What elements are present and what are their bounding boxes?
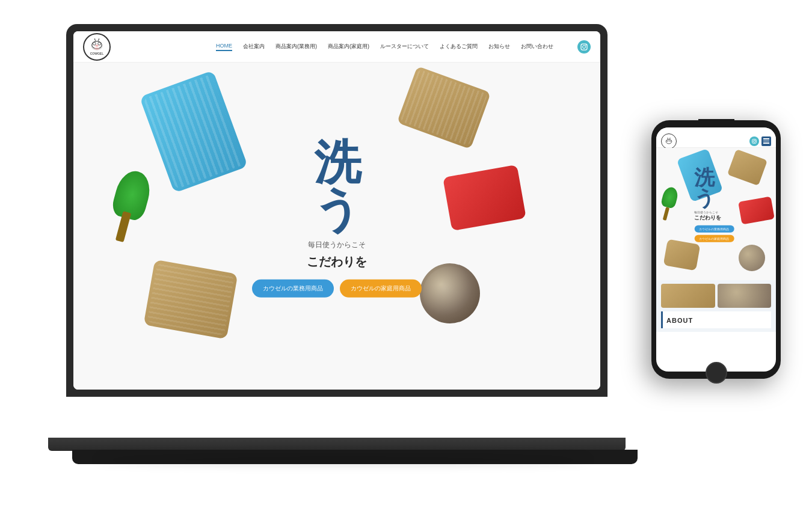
phone-bottom-section: ABOUT (656, 280, 776, 332)
phone-menu-icon[interactable] (761, 136, 771, 146)
svg-point-25 (753, 140, 755, 142)
product-red-sponge (443, 165, 526, 231)
ph-green-brush (657, 186, 680, 222)
hero-kanji: 洗 う (252, 139, 422, 233)
svg-point-3 (98, 42, 101, 45)
phone-nav-icons (749, 136, 771, 146)
product-tan-sponge-bl (144, 260, 238, 340)
phone-home-button[interactable] (706, 362, 727, 384)
nav-contact[interactable]: お問い合わせ (521, 43, 553, 50)
svg-point-17 (669, 139, 671, 141)
svg-point-11 (94, 47, 99, 50)
svg-rect-12 (581, 44, 587, 50)
svg-point-6 (95, 44, 99, 46)
laptop-shadow (96, 456, 589, 464)
nav-rooster[interactable]: ルースターについて (380, 43, 429, 50)
svg-point-2 (93, 42, 96, 45)
ph-buttons: カウゼルの業務用商品 カウゼルの家庭用商品 (694, 225, 734, 242)
product-blue-sponge (140, 70, 248, 193)
nav-news[interactable]: お知らせ (488, 43, 510, 50)
svg-point-26 (755, 139, 755, 140)
svg-point-9 (94, 38, 96, 40)
svg-point-22 (667, 138, 668, 138)
svg-point-14 (585, 44, 586, 46)
hero-main-text: こだわりを (252, 254, 422, 270)
product-tan-sponge-tr (397, 66, 491, 149)
phone-header (656, 127, 776, 148)
web-logo: COWGEL (83, 33, 111, 61)
svg-point-16 (666, 139, 668, 141)
ph-thumb-steel (718, 284, 772, 308)
logo-text: COWGEL (90, 52, 104, 55)
ph-hero-text: 洗 う 毎日使うからこそ こだわりを カウゼルの業務用商品 カウゼルの家庭用商品 (694, 167, 734, 242)
ph-kanji: 洗 う (694, 167, 734, 208)
phone-hero: 洗 う 毎日使うからこそ こだわりを カウゼルの業務用商品 カウゼルの家庭用商品 (656, 148, 776, 280)
web-nav: HOME 会社案内 商品案内(業務用) 商品案内(家庭用) ルースターについて … (216, 43, 553, 51)
ph-steel-wool (739, 245, 765, 271)
ph-btn-home[interactable]: カウゼルの家庭用商品 (694, 235, 734, 242)
scene: COWGEL HOME 会社案内 商品案内(業務用) 商品案内(家庭用) ルース… (0, 0, 812, 505)
ph-btn-business[interactable]: カウゼルの業務用商品 (694, 225, 734, 233)
web-header: COWGEL HOME 会社案内 商品案内(業務用) 商品案内(家庭用) ルース… (73, 31, 600, 63)
laptop-device: COWGEL HOME 会社案内 商品案内(業務用) 商品案内(家庭用) ルース… (66, 24, 607, 481)
nav-company[interactable]: 会社案内 (243, 43, 265, 50)
hero-buttons: カウゼルの業務用商品 カウゼルの家庭用商品 (252, 280, 422, 298)
nav-faq[interactable]: よくあるご質問 (440, 43, 478, 50)
laptop-screen: COWGEL HOME 会社案内 商品案内(業務用) 商品案内(家庭用) ルース… (73, 31, 600, 390)
phone-logo (661, 133, 677, 149)
svg-point-23 (669, 138, 670, 138)
laptop-body: COWGEL HOME 会社案内 商品案内(業務用) 商品案内(家庭用) ルース… (66, 24, 607, 397)
nav-home[interactable]: HOME (216, 43, 232, 51)
laptop-base (48, 438, 626, 451)
svg-point-10 (99, 38, 100, 40)
phone-instagram-icon[interactable] (749, 136, 759, 146)
hero-sub-text: 毎日使うからこそ (252, 240, 422, 250)
phone-device: 洗 う 毎日使うからこそ こだわりを カウゼルの業務用商品 カウゼルの家庭用商品 (651, 120, 781, 379)
svg-rect-24 (752, 139, 757, 143)
about-label: ABOUT (666, 317, 693, 324)
btn-business-products[interactable]: カウゼルの業務用商品 (252, 280, 334, 298)
about-section: ABOUT (661, 311, 771, 328)
ph-tan-sponge-bl (663, 239, 701, 271)
ph-thumb-tan (661, 284, 715, 308)
instagram-icon[interactable] (577, 40, 591, 54)
phone-notch (698, 119, 734, 127)
ph-main-text: こだわりを (694, 214, 734, 222)
web-hero: 洗 う 毎日使うからこそ こだわりを カウゼルの業務用商品 カウゼルの家庭用商品 (73, 63, 600, 390)
product-green-brush (103, 167, 157, 246)
ph-red-sponge (738, 197, 775, 225)
nav-products-business[interactable]: 商品案内(業務用) (275, 43, 317, 50)
hero-text-block: 洗 う 毎日使うからこそ こだわりを カウゼルの業務用商品 カウゼルの家庭用商品 (252, 139, 422, 298)
btn-home-products[interactable]: カウゼルの家庭用商品 (340, 280, 422, 298)
phone-product-grid (661, 284, 771, 308)
product-steel-wool (420, 263, 480, 323)
phone-screen: 洗 う 毎日使うからこそ こだわりを カウゼルの業務用商品 カウゼルの家庭用商品 (656, 127, 776, 372)
svg-point-13 (583, 45, 586, 48)
nav-products-home[interactable]: 商品案内(家庭用) (328, 43, 369, 50)
